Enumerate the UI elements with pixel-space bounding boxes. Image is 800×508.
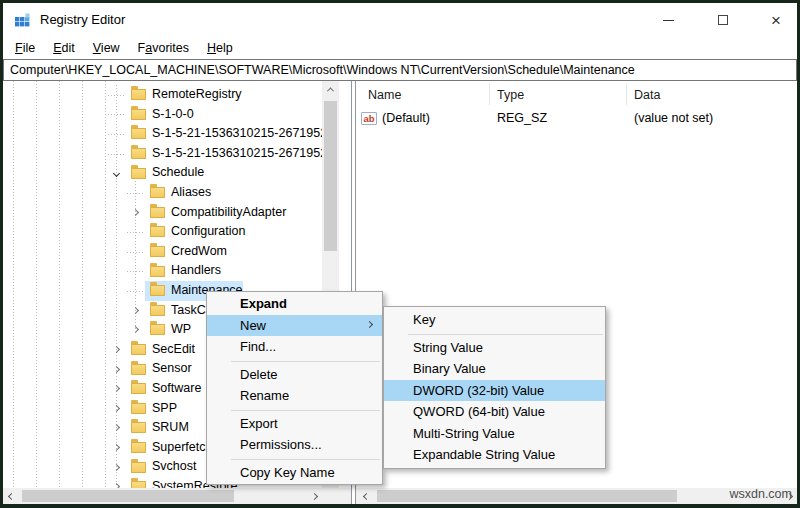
submenu-arrow-icon <box>366 321 373 328</box>
menubar-item-favorites[interactable]: Favorites <box>129 37 198 59</box>
chevron-right-icon[interactable] <box>112 424 119 431</box>
close-icon: × <box>771 12 781 29</box>
tree-horizontal-scrollbar[interactable] <box>3 488 322 504</box>
menu-item-permissions[interactable]: Permissions... <box>207 434 382 456</box>
chevron-right-icon[interactable] <box>112 366 119 373</box>
string-value-icon: ab <box>361 112 377 125</box>
scroll-left-icon[interactable] <box>358 488 374 504</box>
value-type: REG_SZ <box>497 111 547 125</box>
scroll-up-icon[interactable] <box>322 81 339 98</box>
column-separator[interactable] <box>626 83 627 105</box>
menu-item-copy-key-name[interactable]: Copy Key Name <box>207 462 382 484</box>
tree-item-remoteregistry[interactable]: RemoteRegistry <box>3 85 351 105</box>
tree-item-label: Handlers <box>171 261 221 281</box>
chevron-right-icon[interactable] <box>131 307 138 314</box>
chevron-right-icon[interactable] <box>112 385 119 392</box>
tree-item-label: Schedule <box>152 163 204 183</box>
column-header-name[interactable]: Name <box>368 81 401 107</box>
minimize-button[interactable] <box>645 3 691 37</box>
folder-icon <box>131 344 146 355</box>
menu-item-dword-32-bit-value[interactable]: DWORD (32-bit) Value <box>384 380 605 402</box>
tree-item-label: S-1-5-21-1536310215-2671952 <box>152 124 327 144</box>
menu-item-export[interactable]: Export <box>207 413 382 435</box>
column-separator[interactable] <box>489 83 490 105</box>
tree-item-label: Svchost <box>152 457 196 477</box>
tree-item-credwom[interactable]: CredWom <box>3 242 351 262</box>
folder-icon <box>131 148 146 159</box>
tree-item-label: Superfetch <box>152 438 212 458</box>
menu-item-multi-string-value[interactable]: Multi-String Value <box>384 423 605 445</box>
scroll-right-icon[interactable] <box>306 488 322 504</box>
tree-item-configuration[interactable]: Configuration <box>3 222 351 242</box>
column-header-type[interactable]: Type <box>497 81 524 107</box>
watermark-text: wsxdn.com <box>729 487 792 501</box>
scrollbar-corner <box>322 488 351 504</box>
tree-item-label: SPP <box>152 399 177 419</box>
menu-item-find[interactable]: Find... <box>207 336 382 358</box>
chevron-right-icon[interactable] <box>112 444 119 451</box>
chevron-down-icon[interactable] <box>112 170 119 177</box>
menu-item-key[interactable]: Key <box>384 309 605 331</box>
menu-item-expandable-string-value[interactable]: Expandable String Value <box>384 444 605 466</box>
tree-item-label: CredWom <box>171 242 227 262</box>
folder-icon <box>150 187 165 198</box>
scroll-left-icon[interactable] <box>3 488 19 504</box>
tree-item-aliases[interactable]: Aliases <box>3 183 351 203</box>
value-data: (value not set) <box>634 111 713 125</box>
tree-item-compatibilityadapter[interactable]: CompatibilityAdapter <box>3 203 351 223</box>
scrollbar-thumb[interactable] <box>22 490 234 502</box>
tree-item-label: S-1-5-21-1536310215-2671952 <box>152 144 327 164</box>
folder-icon <box>150 226 165 237</box>
scrollbar-thumb[interactable] <box>324 101 337 251</box>
menu-item-label: Export <box>240 416 278 431</box>
chevron-right-icon[interactable] <box>112 346 119 353</box>
close-button[interactable]: × <box>753 3 797 37</box>
context-menu: ExpandNewFind...DeleteRenameExportPermis… <box>206 291 383 485</box>
column-header-data[interactable]: Data <box>634 81 660 107</box>
tree-item-label: Software <box>152 379 201 399</box>
menu-item-label: Find... <box>240 339 276 354</box>
folder-icon <box>150 285 165 296</box>
tree-connector-line <box>108 134 126 135</box>
folder-icon <box>131 109 146 120</box>
tree-item-s-1-5-21-1536310215-2671952[interactable]: S-1-5-21-1536310215-2671952 <box>3 144 351 164</box>
title-bar[interactable]: Registry Editor × <box>3 3 797 37</box>
menu-bar: FileEditViewFavoritesHelp <box>3 37 797 59</box>
registry-editor-window: Registry Editor × FileEditViewFavoritesH… <box>3 3 797 504</box>
menubar-item-edit[interactable]: Edit <box>44 37 84 59</box>
chevron-right-icon[interactable] <box>131 326 138 333</box>
tree-item-label: Aliases <box>171 183 211 203</box>
menu-item-binary-value[interactable]: Binary Value <box>384 358 605 380</box>
menu-item-string-value[interactable]: String Value <box>384 337 605 359</box>
value-row-default[interactable]: ab (Default) REG_SZ (value not set) <box>356 108 797 128</box>
scrollbar-thumb[interactable] <box>377 490 677 502</box>
tree-item-handlers[interactable]: Handlers <box>3 261 351 281</box>
chevron-right-icon[interactable] <box>112 464 119 471</box>
tree-connector-line <box>127 193 145 194</box>
tree-connector-line <box>108 95 126 96</box>
tree-item-s-1-5-21-1536310215-2671952[interactable]: S-1-5-21-1536310215-2671952 <box>3 124 351 144</box>
tree-item-label: S-1-0-0 <box>152 105 194 125</box>
tree-connector-line <box>108 114 126 115</box>
folder-icon <box>150 207 165 218</box>
menubar-item-help[interactable]: Help <box>198 37 242 59</box>
folder-icon <box>131 168 146 179</box>
tree-item-schedule[interactable]: Schedule <box>3 163 351 183</box>
menu-item-label: Rename <box>240 388 289 403</box>
chevron-right-icon[interactable] <box>131 209 138 216</box>
menubar-item-file[interactable]: File <box>6 37 44 59</box>
menu-item-rename[interactable]: Rename <box>207 385 382 407</box>
maximize-button[interactable] <box>700 3 746 37</box>
address-bar-input[interactable]: Computer\HKEY_LOCAL_MACHINE\SOFTWARE\Mic… <box>3 59 797 81</box>
menu-item-label: Binary Value <box>413 361 486 376</box>
menu-item-label: Key <box>413 312 435 327</box>
menu-item-expand[interactable]: Expand <box>207 293 382 315</box>
menu-item-delete[interactable]: Delete <box>207 364 382 386</box>
chevron-right-icon[interactable] <box>112 405 119 412</box>
menubar-item-view[interactable]: View <box>84 37 129 59</box>
menu-item-label: Expand <box>240 296 287 311</box>
menu-item-qword-64-bit-value[interactable]: QWORD (64-bit) Value <box>384 401 605 423</box>
menu-item-new[interactable]: New <box>207 315 382 337</box>
folder-icon <box>131 364 146 375</box>
tree-item-s-1-0-0[interactable]: S-1-0-0 <box>3 105 351 125</box>
